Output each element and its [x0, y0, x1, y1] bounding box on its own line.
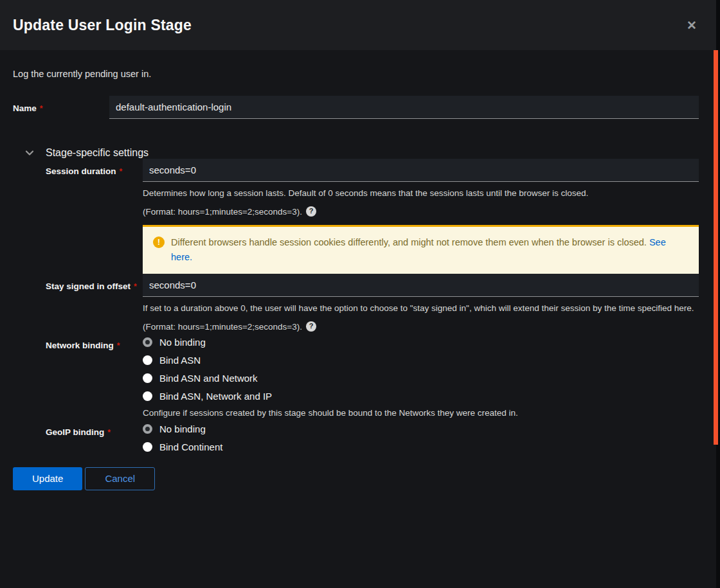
session-duration-help: Determines how long a session lasts. Def… [143, 187, 699, 200]
stay-signed-in-offset-label: Stay signed in offset [46, 281, 130, 291]
radio-icon[interactable] [143, 373, 152, 383]
warning-text: Different browsers handle session cookie… [171, 237, 647, 247]
session-duration-row: Session duration* Determines how long a … [46, 159, 699, 274]
session-duration-label: Session duration [46, 166, 116, 176]
name-field-row: Name* [13, 96, 699, 119]
stage-specific-settings-section: Stage-specific settings Session duration… [13, 147, 699, 452]
radio-option-bind-asn-network-ip[interactable]: Bind ASN, Network and IP [143, 391, 699, 402]
network-binding-label: Network binding [46, 341, 114, 350]
cancel-button[interactable]: Cancel [85, 467, 155, 490]
session-cookie-warning-alert: ! Different browsers handle session cook… [143, 225, 699, 274]
name-label: Name [13, 103, 37, 113]
required-asterisk: * [107, 428, 111, 437]
help-question-icon[interactable]: ? [306, 206, 316, 217]
geoip-binding-label: GeoIP binding [46, 427, 104, 437]
stage-description: Log the currently pending user in. [13, 69, 699, 79]
network-binding-radio-group: No binding Bind ASN Bind ASN and Network [143, 333, 699, 402]
warning-icon: ! [153, 236, 165, 248]
scrollbar-thumb[interactable] [714, 50, 718, 445]
radio-icon[interactable] [143, 355, 152, 365]
network-binding-row: Network binding* No binding Bind ASN [46, 333, 699, 420]
network-binding-help: Configure if sessions created by this st… [143, 407, 699, 420]
required-asterisk: * [40, 104, 43, 113]
radio-icon[interactable] [143, 442, 152, 452]
radio-option-geoip-no-binding[interactable]: No binding [143, 423, 699, 434]
geoip-binding-radio-group: No binding Bind Continent [143, 420, 699, 452]
section-header-toggle[interactable]: Stage-specific settings [13, 147, 699, 159]
help-question-icon[interactable]: ? [306, 321, 316, 332]
modal-body: Log the currently pending user in. Name*… [0, 69, 720, 452]
chevron-down-icon [24, 148, 35, 158]
stay-signed-in-help: If set to a duration above 0, the user w… [143, 302, 699, 315]
modal-footer: Update Cancel [0, 452, 720, 490]
radio-icon[interactable] [143, 424, 152, 434]
session-duration-format-help: (Format: hours=1;minutes=2;seconds=3). [143, 206, 302, 218]
required-asterisk: * [120, 167, 123, 176]
radio-icon[interactable] [143, 337, 152, 347]
radio-option-bind-asn-network[interactable]: Bind ASN and Network [143, 373, 699, 384]
section-title: Stage-specific settings [46, 147, 148, 159]
stay-signed-in-offset-row: Stay signed in offset* If set to a durat… [46, 274, 699, 333]
modal-header: Update User Login Stage ✕ [0, 0, 720, 50]
radio-icon[interactable] [143, 391, 152, 401]
geoip-binding-row: GeoIP binding* No binding Bind Continent [46, 420, 699, 452]
page-title: Update User Login Stage [13, 17, 707, 34]
stay-signed-in-format-help: (Format: hours=1;minutes=2;seconds=3). [143, 321, 302, 334]
radio-option-bind-asn[interactable]: Bind ASN [143, 355, 699, 366]
radio-option-bind-continent[interactable]: Bind Continent [143, 441, 699, 452]
required-asterisk: * [117, 341, 120, 350]
required-asterisk: * [134, 282, 137, 291]
session-duration-input[interactable] [143, 159, 699, 182]
radio-option-no-binding[interactable]: No binding [143, 337, 699, 348]
close-icon[interactable]: ✕ [687, 19, 697, 31]
update-button[interactable]: Update [13, 467, 82, 490]
stay-signed-in-offset-input[interactable] [143, 274, 699, 297]
name-input[interactable] [109, 96, 699, 119]
